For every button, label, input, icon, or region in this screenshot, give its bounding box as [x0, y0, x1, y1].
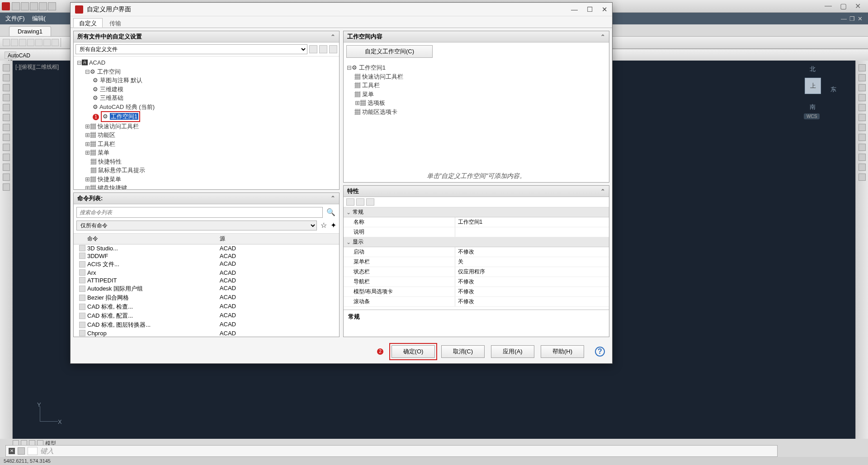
- close-icon[interactable]: ✕: [855, 2, 861, 10]
- tab-transfer[interactable]: 传输: [104, 18, 127, 28]
- panel-collapse-icon[interactable]: ⌃: [330, 33, 335, 40]
- tool-arc-icon[interactable]: [3, 94, 10, 101]
- rtool-icon[interactable]: [859, 74, 866, 81]
- qat-open-icon[interactable]: [21, 2, 29, 10]
- rtool-icon[interactable]: [859, 114, 866, 121]
- tool-block-icon[interactable]: [3, 154, 10, 161]
- prop-start-value[interactable]: 不修改: [455, 247, 609, 257]
- command-row[interactable]: 3D Studio...ACAD: [74, 244, 339, 252]
- search-icon[interactable]: 🔍: [326, 207, 336, 218]
- tree-ribbon[interactable]: 功能区: [98, 132, 115, 138]
- customize-workspace-button[interactable]: 自定义工作空间(C): [346, 45, 433, 58]
- command-row[interactable]: 3DDWFACAD: [74, 252, 339, 260]
- cmdline-text[interactable]: 键入: [40, 447, 54, 456]
- tree-ws-3dmodel[interactable]: 三维建模: [100, 86, 123, 93]
- properties-grid[interactable]: ⌄常规 名称工作空间1 说明 ⌄显示 启动不修改 菜单栏关 状态栏仅应用程序 导…: [344, 207, 609, 310]
- help-icon[interactable]: ?: [595, 347, 605, 357]
- tree-qat[interactable]: 快速访问工具栏: [98, 123, 139, 130]
- prop-status-value[interactable]: 仅应用程序: [455, 267, 609, 277]
- help-button[interactable]: 帮助(H): [541, 345, 584, 358]
- prop-alpha-icon[interactable]: [356, 198, 364, 206]
- tool-hatch-icon[interactable]: [3, 124, 10, 131]
- command-list[interactable]: 命令 源 3D Studio...ACAD3DDWFACADACIS 文件...…: [74, 233, 339, 337]
- command-row[interactable]: ChpropACAD: [74, 329, 339, 337]
- command-line[interactable]: ✕ 键入: [5, 445, 778, 457]
- tree-ws-draft[interactable]: 草图与注释 默认: [100, 77, 143, 84]
- viewport-label[interactable]: [-][俯视][二维线框]: [15, 63, 59, 71]
- workspace-content-tree[interactable]: ⊟⚙ 工作空间1 ▦ 快速访问工具栏 ▦ 工具栏 ▦ 菜单 ⊞▦ 选项板 ▦ 功…: [344, 61, 609, 170]
- ok-button[interactable]: 确定(O): [392, 345, 435, 358]
- command-filter-select[interactable]: 仅所有命令: [76, 221, 317, 230]
- tree-ws-new-highlighted[interactable]: ⚙ 工作空间1: [101, 111, 140, 122]
- doc-tab-drawing1[interactable]: Drawing1: [9, 26, 51, 36]
- tb-preview-icon[interactable]: [35, 39, 42, 46]
- panel-collapse-icon[interactable]: ⌃: [600, 33, 605, 40]
- qat-print-icon[interactable]: [48, 2, 56, 10]
- tb-cut-icon[interactable]: [52, 39, 59, 46]
- cui-save-icon[interactable]: [319, 45, 327, 53]
- cmd-col-command[interactable]: 命令: [74, 235, 220, 243]
- mdi-close-icon[interactable]: ✕: [858, 15, 863, 22]
- prop-layout-value[interactable]: 不修改: [455, 287, 609, 296]
- command-row[interactable]: CAD 标准, 检查...ACAD: [74, 302, 339, 311]
- tree-ws-classic[interactable]: AutoCAD 经典 (当前): [99, 103, 155, 110]
- tool-mtext-icon[interactable]: [3, 183, 10, 191]
- command-row[interactable]: ACIS 文件...ACAD: [74, 260, 339, 269]
- cmd-find-icon[interactable]: ✦: [330, 221, 336, 230]
- rtool-icon[interactable]: [859, 174, 866, 181]
- tree-toolbars[interactable]: 工具栏: [98, 141, 115, 147]
- viewcube-south[interactable]: 南: [792, 103, 833, 111]
- cui-saveas-icon[interactable]: [329, 45, 337, 53]
- tool-ellipse-icon[interactable]: [3, 114, 10, 121]
- tb-open-icon[interactable]: [11, 39, 18, 46]
- ws-ribbon-tabs[interactable]: 功能区选项卡: [362, 108, 397, 115]
- tool-region-icon[interactable]: [3, 174, 10, 181]
- tree-menus[interactable]: 菜单: [98, 149, 109, 156]
- prop-cat-general[interactable]: 常规: [353, 208, 363, 216]
- command-row[interactable]: CAD 标准, 图层转换器...ACAD: [74, 320, 339, 329]
- cui-file-filter[interactable]: 所有自定义文件: [75, 44, 307, 54]
- tool-text-icon[interactable]: [3, 134, 10, 141]
- apply-button[interactable]: 应用(A): [491, 345, 534, 358]
- tree-quickprops[interactable]: 快捷特性: [98, 158, 122, 165]
- tb-new-icon[interactable]: [3, 39, 10, 46]
- command-row[interactable]: ATTIPEDITACAD: [74, 277, 339, 284]
- viewcube[interactable]: 北 东 上 南 WCS: [792, 65, 833, 119]
- menu-edit[interactable]: 编辑(: [32, 14, 46, 23]
- ws-palettes[interactable]: 选项板: [368, 99, 385, 106]
- tool-point-icon[interactable]: [3, 144, 10, 151]
- rtool-icon[interactable]: [859, 164, 866, 171]
- command-row[interactable]: ArxACAD: [74, 269, 339, 277]
- cmd-col-source[interactable]: 源: [220, 235, 339, 243]
- mdi-restore-icon[interactable]: ❐: [849, 15, 855, 22]
- cmdline-close-icon[interactable]: ✕: [9, 448, 15, 454]
- ws-root[interactable]: 工作空间1: [359, 64, 386, 71]
- tool-circle-icon[interactable]: [3, 84, 10, 91]
- cancel-button[interactable]: 取消(C): [441, 345, 485, 358]
- tree-root[interactable]: ACAD: [89, 59, 105, 66]
- prop-desc-value[interactable]: [455, 227, 609, 237]
- panel-collapse-icon[interactable]: ⌃: [330, 195, 335, 202]
- prop-scroll-value[interactable]: 不修改: [455, 297, 609, 306]
- rtool-icon[interactable]: [859, 84, 866, 91]
- tree-ws-new-editing[interactable]: 工作空间1: [110, 113, 138, 120]
- command-row[interactable]: Autodesk 国际用户组ACAD: [74, 284, 339, 293]
- prop-menubar-value[interactable]: 关: [455, 257, 609, 267]
- prop-name-value[interactable]: 工作空间1: [455, 217, 609, 227]
- qat-save-icon[interactable]: [30, 2, 38, 10]
- tool-rect-icon[interactable]: [3, 104, 10, 111]
- tree-keyboard[interactable]: 键盘快捷键: [98, 184, 127, 189]
- tool-table-icon[interactable]: [3, 164, 10, 171]
- cmdline-config-icon[interactable]: [18, 447, 25, 455]
- panel-collapse-icon[interactable]: ⌃: [600, 188, 605, 195]
- prop-categorized-icon[interactable]: [346, 198, 354, 206]
- command-row[interactable]: CAD 标准, 配置...ACAD: [74, 311, 339, 320]
- cmd-new-icon[interactable]: ☆: [321, 221, 327, 230]
- rtool-icon[interactable]: [859, 144, 866, 151]
- tb-save-icon[interactable]: [19, 39, 26, 46]
- tb-print-icon[interactable]: [27, 39, 34, 46]
- prop-cat-display[interactable]: 显示: [353, 238, 363, 246]
- ws-qat[interactable]: 快速访问工具栏: [362, 73, 403, 80]
- prop-pages-icon[interactable]: [366, 198, 374, 206]
- command-search-input[interactable]: [76, 207, 323, 218]
